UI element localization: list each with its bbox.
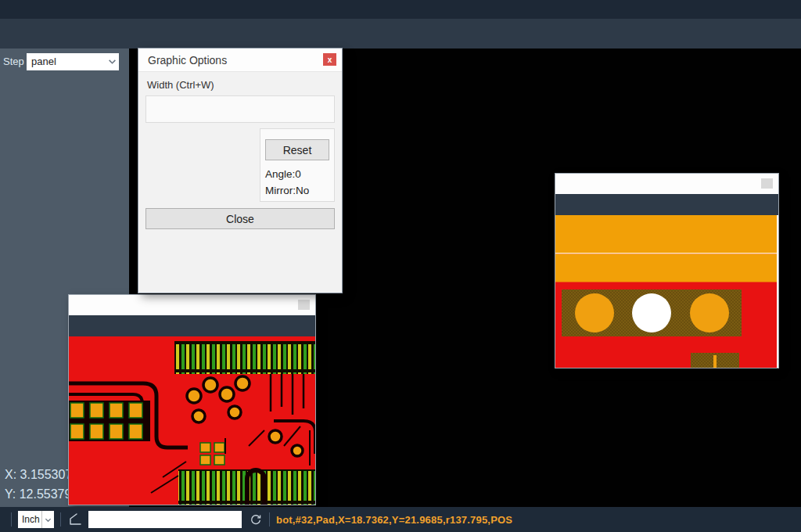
dialog-titlebar[interactable]: Graphic Options x bbox=[138, 49, 342, 72]
status-bar: Inch bot,#32,Pad,X=18.7362,Y=21.9685,r13… bbox=[0, 507, 801, 532]
application-window: Step panel X: 3.155307 Y: 12.553794 bbox=[0, 0, 801, 532]
graphic-options-dialog: Graphic Options x Width (Ctrl+W) Reset A… bbox=[138, 49, 342, 293]
dialog-title: Graphic Options bbox=[148, 54, 227, 66]
angle-readout: Angle:0 bbox=[265, 168, 329, 180]
detail-zoom-popup bbox=[69, 295, 315, 505]
selection-status-message: bot,#32,Pad,X=18.7362,Y=21.9685,r137.795… bbox=[276, 514, 512, 526]
step-select-value: panel bbox=[27, 56, 105, 67]
width-label: Width (Ctrl+W) bbox=[147, 79, 335, 91]
step-label: Step bbox=[3, 56, 27, 67]
command-input[interactable] bbox=[88, 511, 242, 528]
cursor-x-readout: X: 3.155307 bbox=[5, 465, 78, 485]
step-select[interactable]: panel bbox=[27, 53, 119, 70]
cursor-y-readout: Y: 12.553794 bbox=[5, 484, 78, 505]
width-mode-group bbox=[145, 95, 335, 123]
option-checkbox-list bbox=[145, 128, 254, 202]
refresh-icon[interactable] bbox=[249, 512, 263, 527]
dialog-body: Width (Ctrl+W) Reset Angle:0 Mirror:No bbox=[138, 72, 342, 202]
mirror-readout: Mirror:No bbox=[265, 185, 329, 196]
menu-bar bbox=[0, 0, 801, 19]
detail-zoom-view[interactable] bbox=[69, 336, 315, 505]
unit-select[interactable]: Inch bbox=[18, 511, 54, 528]
chevron-down-icon bbox=[41, 511, 54, 528]
cursor-coordinates: X: 3.155307 Y: 12.553794 bbox=[5, 465, 78, 505]
area-zoom-titlebar[interactable] bbox=[555, 174, 778, 194]
transform-panel: Reset Angle:0 Mirror:No bbox=[260, 128, 335, 202]
chevron-down-icon bbox=[105, 57, 119, 66]
popup-window-button[interactable] bbox=[298, 300, 310, 310]
step-row: Step panel bbox=[0, 49, 129, 74]
area-zoom-view[interactable] bbox=[555, 215, 777, 368]
reset-button[interactable]: Reset bbox=[265, 139, 329, 160]
detail-zoom-titlebar[interactable] bbox=[69, 295, 315, 315]
close-button[interactable]: Close bbox=[145, 208, 335, 229]
close-icon[interactable]: x bbox=[323, 53, 336, 66]
detail-zoom-toolbar bbox=[69, 315, 315, 336]
popup-window-button[interactable] bbox=[761, 178, 773, 189]
unit-value: Inch bbox=[18, 514, 41, 525]
area-zoom-popup bbox=[555, 174, 778, 368]
area-zoom-toolbar bbox=[555, 194, 778, 215]
main-toolbar bbox=[0, 19, 801, 49]
snap-angle-icon[interactable] bbox=[67, 512, 83, 527]
